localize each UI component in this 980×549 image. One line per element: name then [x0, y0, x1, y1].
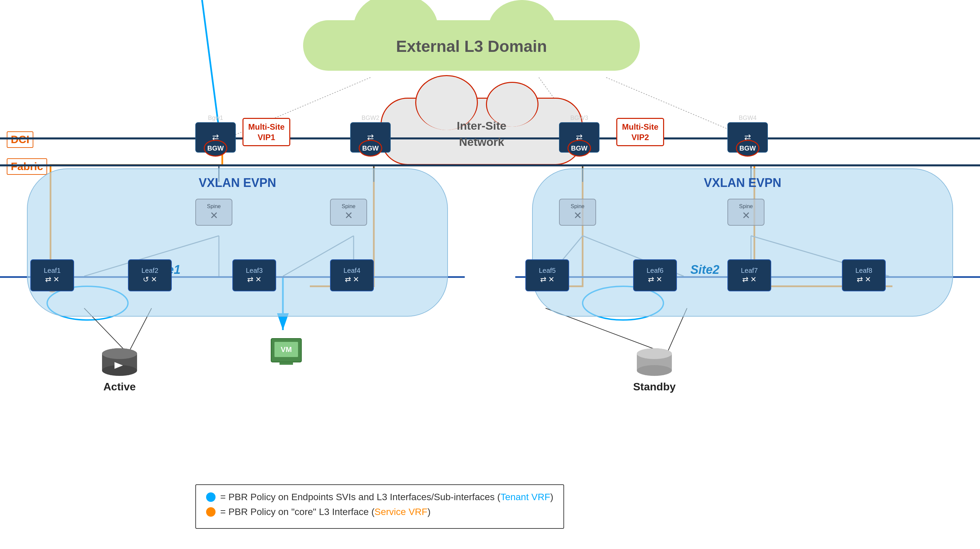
leaf4-label: Leaf4: [344, 267, 360, 275]
standby-cylinder-icon: [636, 347, 673, 377]
legend-service-vrf: Service VRF: [374, 506, 427, 517]
leaf6-label: Leaf6: [647, 267, 663, 275]
leaf8-label: Leaf8: [855, 267, 872, 275]
bgw4-box: ⇄ BGW: [727, 122, 768, 153]
svg-point-41: [637, 365, 672, 376]
leaf3-icon: ⇄ ✕: [247, 275, 261, 284]
svg-text:VM: VM: [281, 345, 292, 354]
spine4-label: Spine: [739, 204, 753, 210]
bgw4-badge: BGW: [736, 140, 759, 157]
external-cloud-label: External L3 Domain: [269, 37, 673, 56]
leaf6-box: Leaf6 ⇄ ✕: [633, 259, 677, 291]
vxlan-label-left: VXLAN EVPN: [28, 176, 447, 190]
external-cloud: External L3 Domain: [269, 10, 673, 78]
leaf7-box: Leaf7 ⇄ ✕: [727, 259, 771, 291]
leaf3-box: Leaf3 ⇄ ✕: [232, 259, 276, 291]
spine4-node: Spine ✕: [727, 199, 764, 226]
leaf3-node: Leaf3 ⇄ ✕: [232, 259, 276, 291]
svg-rect-37: [280, 362, 293, 365]
leaf1-node: Leaf1 ⇄ ✕: [30, 259, 74, 291]
legend-tenant-vrf: Tenant VRF: [500, 492, 550, 502]
standby-endpoint: Standby: [633, 347, 676, 393]
legend-row-1: = PBR Policy on Endpoints SVIs and L3 In…: [206, 492, 553, 503]
leaf5-node: Leaf5 ⇄ ✕: [525, 259, 569, 291]
leaf7-icon: ⇄ ✕: [742, 275, 756, 284]
legend-box: = PBR Policy on Endpoints SVIs and L3 In…: [195, 484, 564, 529]
leaf5-box: Leaf5 ⇄ ✕: [525, 259, 569, 291]
leaf2-icon: ↺ ✕: [143, 275, 157, 284]
spine1-node: Spine ✕: [195, 199, 232, 226]
bgw4-top-label: BGW4: [738, 115, 756, 122]
spine1-label: Spine: [207, 204, 221, 210]
leaf1-icon: ⇄ ✕: [45, 275, 59, 284]
bgw1-badge: BGW: [204, 140, 228, 157]
leaf6-node: Leaf6 ⇄ ✕: [633, 259, 677, 291]
vip2-label: Multi-SiteVIP2: [616, 118, 664, 146]
vm-node: VM: [269, 337, 303, 367]
spine2-label: Spine: [342, 204, 356, 210]
vm-icon: VM: [269, 337, 303, 367]
spine1-box: Spine ✕: [195, 199, 232, 226]
spine3-node: Spine ✕: [559, 199, 596, 226]
active-label: Active: [103, 380, 136, 393]
legend-text-2: = PBR Policy on "core" L3 Interface (Ser…: [220, 506, 430, 517]
bgw1-top-label: Bgw1: [208, 115, 223, 122]
dci-label: DCI: [7, 131, 33, 148]
bgw4-node: BGW4 ⇄ BGW: [727, 115, 768, 153]
vxlan-cloud-left: VXLAN EVPN: [27, 169, 448, 317]
fabric-line: [0, 164, 980, 166]
spine3-icon: ✕: [574, 210, 582, 221]
spine1-icon: ✕: [210, 210, 218, 221]
legend-dot-blue: [206, 492, 216, 502]
site2-label: Site2: [690, 263, 719, 277]
spine4-icon: ✕: [742, 210, 750, 221]
vip1-box: Multi-SiteVIP1: [242, 118, 290, 146]
leaf2-box: Leaf2 ↺ ✕: [128, 259, 172, 291]
vip2-box: Multi-SiteVIP2: [616, 118, 664, 146]
spine3-box: Spine ✕: [559, 199, 596, 226]
svg-point-42: [637, 348, 672, 359]
svg-point-33: [102, 348, 137, 359]
spine2-icon: ✕: [345, 210, 353, 221]
bgw1-box: ⇄ BGW: [195, 122, 236, 153]
vxlan-cloud-right: VXLAN EVPN: [532, 169, 953, 317]
spine4-box: Spine ✕: [727, 199, 764, 226]
fabric-label: Fabric: [7, 158, 47, 175]
spine2-box: Spine ✕: [330, 199, 367, 226]
leaf8-icon: ⇄ ✕: [857, 275, 871, 284]
standby-label: Standby: [633, 380, 676, 393]
leaf8-node: Leaf8 ⇄ ✕: [842, 259, 886, 291]
leaf7-label: Leaf7: [741, 267, 758, 275]
leaf2-node: Leaf2 ↺ ✕: [128, 259, 172, 291]
leaf8-box: Leaf8 ⇄ ✕: [842, 259, 886, 291]
active-cylinder-icon: [101, 347, 138, 377]
leaf3-label: Leaf3: [246, 267, 262, 275]
spine3-label: Spine: [571, 204, 585, 210]
inter-site-label: Inter-SiteNetwork: [364, 118, 600, 150]
leaf5-label: Leaf5: [539, 267, 556, 275]
leaf4-box: Leaf4 ⇄ ✕: [330, 259, 374, 291]
leaf1-label: Leaf1: [44, 267, 60, 275]
legend-row-2: = PBR Policy on "core" L3 Interface (Ser…: [206, 506, 553, 517]
diagram-container: External L3 Domain Inter-SiteNetwork DCI…: [0, 0, 980, 549]
leaf5-icon: ⇄ ✕: [540, 275, 554, 284]
leaf2-label: Leaf2: [142, 267, 158, 275]
leaf1-box: Leaf1 ⇄ ✕: [30, 259, 74, 291]
bgw1-node: Bgw1 ⇄ BGW: [195, 115, 236, 153]
leaf7-node: Leaf7 ⇄ ✕: [727, 259, 771, 291]
leaf4-icon: ⇄ ✕: [345, 275, 359, 284]
legend-dot-orange: [206, 507, 216, 517]
active-endpoint: Active: [101, 347, 138, 393]
spine2-node: Spine ✕: [330, 199, 367, 226]
inter-site-cloud: Inter-SiteNetwork: [364, 81, 600, 175]
vxlan-label-right: VXLAN EVPN: [533, 176, 952, 190]
legend-text-1: = PBR Policy on Endpoints SVIs and L3 In…: [220, 492, 553, 503]
leaf4-node: Leaf4 ⇄ ✕: [330, 259, 374, 291]
leaf6-icon: ⇄ ✕: [648, 275, 662, 284]
vip1-label: Multi-SiteVIP1: [242, 118, 290, 146]
